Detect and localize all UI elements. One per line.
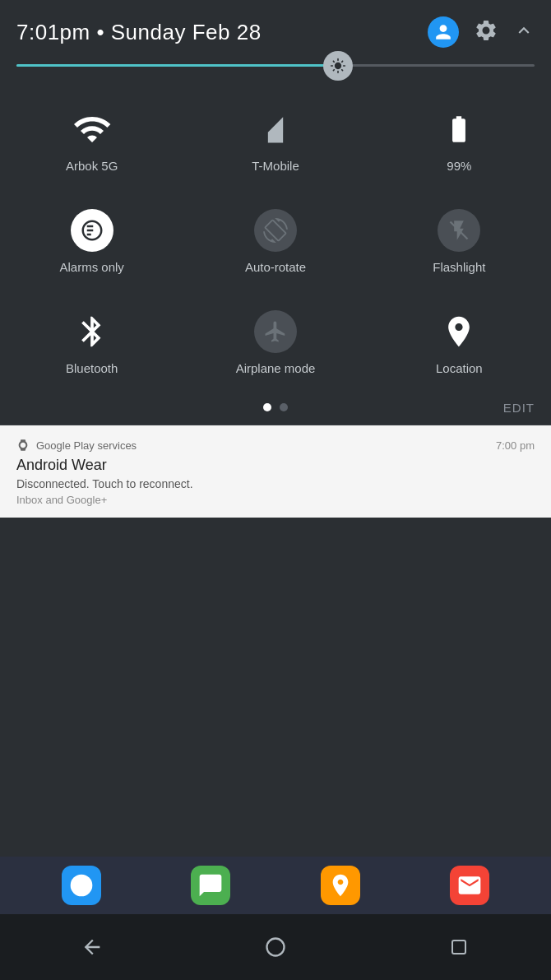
- tiles-grid: Arbok 5G T-Mobile 99%: [0, 91, 551, 395]
- brightness-fill: [16, 64, 338, 67]
- settings-icon[interactable]: [474, 18, 498, 46]
- bluetooth-icon: [71, 310, 113, 353]
- location-label: Location: [436, 361, 483, 375]
- account-icon[interactable]: [428, 16, 459, 48]
- app-maps[interactable]: [321, 866, 360, 905]
- watch-icon: [16, 439, 30, 452]
- notification-body: Disconnected. Touch to reconnect.: [16, 477, 535, 490]
- tile-autorotate[interactable]: Auto-rotate: [183, 193, 367, 294]
- notification-title: Android Wear: [16, 457, 535, 474]
- location-icon: [438, 310, 480, 353]
- airplane-icon: [254, 310, 297, 353]
- recents-button[interactable]: [434, 922, 484, 972]
- back-button[interactable]: [67, 922, 117, 972]
- cellular-label: T-Mobile: [252, 159, 299, 173]
- app-gmail[interactable]: [450, 866, 489, 905]
- brightness-track[interactable]: [16, 64, 535, 67]
- tile-wifi[interactable]: Arbok 5G: [0, 91, 183, 193]
- dot-1[interactable]: [263, 403, 271, 411]
- cellular-icon: [254, 108, 297, 151]
- pagination-bar: EDIT: [0, 395, 551, 418]
- notification-footer: Inbox and Google+: [16, 494, 535, 506]
- autorotate-icon: [254, 209, 297, 252]
- header-icon-group: [428, 16, 535, 48]
- flashlight-icon: [438, 209, 480, 252]
- notification-time: 7:00 pm: [496, 439, 535, 452]
- app-messages[interactable]: [191, 866, 230, 905]
- alarms-icon: [71, 209, 113, 252]
- brightness-slider-container[interactable]: [0, 56, 551, 83]
- collapse-icon[interactable]: [513, 20, 535, 44]
- tile-flashlight[interactable]: Flashlight: [368, 193, 551, 294]
- datetime-display: 7:01pm • Sunday Feb 28: [16, 20, 262, 45]
- nav-bar: [0, 914, 551, 980]
- wifi-label: Arbok 5G: [66, 159, 118, 173]
- status-header: 7:01pm • Sunday Feb 28: [0, 0, 551, 56]
- wifi-icon: [71, 108, 113, 151]
- battery-icon: [438, 108, 480, 151]
- autorotate-label: Auto-rotate: [245, 260, 306, 274]
- brightness-thumb[interactable]: [323, 51, 353, 81]
- notification-header: Google Play services 7:00 pm: [16, 439, 535, 452]
- tile-battery[interactable]: 99%: [368, 91, 551, 193]
- dot-2[interactable]: [280, 403, 288, 411]
- alarms-label: Alarms only: [59, 260, 123, 274]
- notification-card[interactable]: Google Play services 7:00 pm Android Wea…: [0, 425, 551, 518]
- notification-source: Google Play services: [16, 439, 137, 452]
- tile-alarms[interactable]: Alarms only: [0, 193, 183, 294]
- svg-point-1: [70, 875, 92, 897]
- tile-bluetooth[interactable]: Bluetooth: [0, 294, 183, 395]
- tile-location[interactable]: Location: [368, 294, 551, 395]
- home-button[interactable]: [251, 922, 300, 972]
- airplane-label: Airplane mode: [236, 361, 316, 375]
- quick-tiles-section: Arbok 5G T-Mobile 99%: [0, 83, 551, 418]
- edit-button[interactable]: EDIT: [503, 401, 535, 415]
- svg-point-2: [266, 939, 284, 956]
- bottom-apps-shelf: [0, 857, 551, 914]
- flashlight-label: Flashlight: [433, 260, 485, 274]
- svg-rect-3: [452, 941, 465, 954]
- bluetooth-label: Bluetooth: [66, 361, 118, 375]
- battery-label: 99%: [447, 159, 471, 173]
- tile-airplane[interactable]: Airplane mode: [183, 294, 367, 395]
- app-chrome[interactable]: [62, 866, 101, 905]
- tile-cellular[interactable]: T-Mobile: [183, 91, 367, 193]
- source-text: Google Play services: [36, 439, 137, 452]
